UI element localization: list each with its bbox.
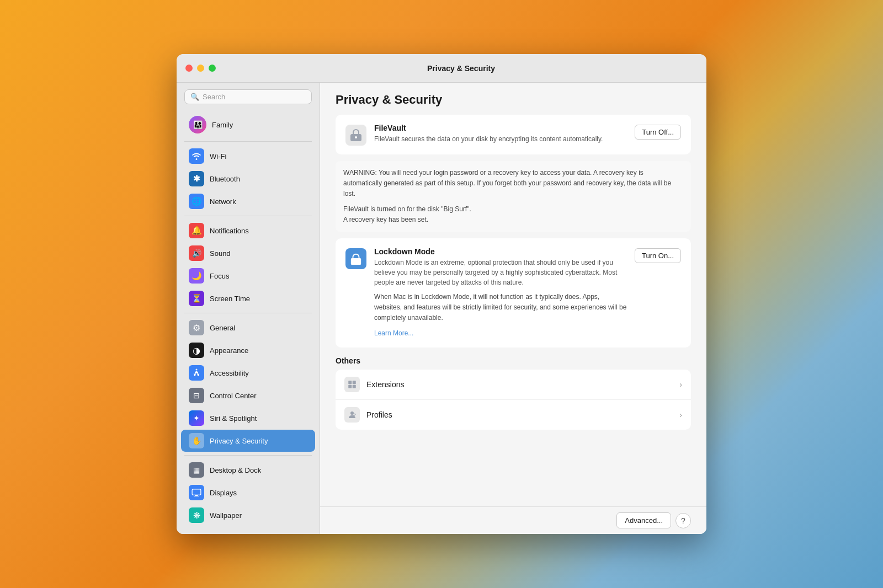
others-section-header: Others [336,356,691,365]
sound-icon: 🔊 [189,245,204,261]
sidebar-item-wallpaper[interactable]: ❋ Wallpaper [181,504,315,526]
notifications-icon: 🔔 [189,223,204,238]
close-button[interactable] [185,65,193,72]
sidebar-scroll: 👨‍👩‍👧 Family Wi-Fi [177,111,320,534]
filevault-body: FileVault FileVault secures the data on … [374,124,627,144]
control-center-icon: ⊟ [189,388,204,403]
detail-scroll-area[interactable]: FileVault FileVault secures the data on … [320,115,706,506]
svg-point-5 [355,136,357,138]
sidebar-item-label-bluetooth: Bluetooth [210,175,240,183]
lockdown-row: Lockdown Mode Lockdown Mode is an extrem… [345,247,681,339]
detail-panel: Privacy & Security Fi [320,83,706,534]
divider-1 [184,141,312,142]
search-input[interactable] [203,93,306,101]
help-button[interactable]: ? [675,513,691,528]
svg-rect-8 [348,384,352,388]
lockdown-learn-more-link[interactable]: Learn More... [374,329,413,337]
appearance-icon: ◑ [189,343,204,358]
sidebar-item-accessibility[interactable]: Accessibility [181,362,315,384]
profiles-icon [344,407,360,423]
traffic-lights [185,65,216,72]
lockdown-desc2: When Mac is in Lockdown Mode, it will no… [374,292,627,324]
sidebar-item-label-network: Network [210,197,236,206]
filevault-turn-off-button[interactable]: Turn Off... [635,125,681,140]
search-box[interactable]: 🔍 [184,89,312,104]
sidebar-item-appearance[interactable]: ◑ Appearance [181,339,315,361]
accessibility-icon [189,365,204,381]
filevault-warning-box: WARNING: You will need your login passwo… [336,161,691,232]
svg-rect-3 [194,496,199,496]
search-icon: 🔍 [190,93,199,101]
sidebar-item-label-focus: Focus [210,272,229,280]
siri-icon: ✦ [189,410,204,426]
detail-header: Privacy & Security [320,83,706,115]
filevault-icon [345,125,366,146]
privacy-security-icon: ✋ [189,433,204,448]
displays-icon [189,485,204,500]
sidebar-item-label-screen-time: Screen Time [210,295,250,303]
sidebar-item-control-center[interactable]: ⊟ Control Center [181,384,315,407]
extensions-list-item[interactable]: Extensions › [336,370,691,400]
sidebar-item-profile[interactable]: 👨‍👩‍👧 Family [181,111,315,138]
sidebar-item-label-control-center: Control Center [210,392,257,400]
minimize-button[interactable] [197,65,204,72]
sidebar-item-label-general: General [210,324,235,332]
sidebar-item-label-wifi: Wi-Fi [210,152,226,161]
sidebar-item-general[interactable]: ⚙ General [181,317,315,339]
divider-3 [184,313,312,313]
sidebar-item-label-wallpaper: Wallpaper [210,511,242,520]
sidebar-item-focus[interactable]: 🌙 Focus [181,265,315,287]
sidebar-item-bluetooth[interactable]: ✱ Bluetooth [181,168,315,190]
extensions-icon [344,377,360,392]
search-container: 🔍 [177,83,320,111]
svg-point-0 [196,369,198,371]
lockdown-desc1: Lockdown Mode is an extreme, optional pr… [374,258,627,287]
svg-rect-2 [195,495,198,496]
title-bar: Privacy & Security [177,54,706,83]
svg-rect-1 [192,489,201,495]
wallpaper-icon: ❋ [189,507,204,523]
wifi-icon [189,148,204,164]
filevault-desc: FileVault secures the data on your disk … [374,134,627,144]
svg-point-10 [350,411,354,415]
extensions-label: Extensions [366,380,679,389]
maximize-button[interactable] [209,65,216,72]
sidebar-item-privacy-security[interactable]: ✋ Privacy & Security [181,430,315,452]
sidebar-item-screen-time[interactable]: ⏳ Screen Time [181,287,315,309]
lockdown-card: Lockdown Mode Lockdown Mode is an extrem… [336,238,691,348]
desktop-dock-icon: ▦ [189,462,204,478]
window-title: Privacy & Security [225,64,698,73]
sidebar-item-wifi[interactable]: Wi-Fi [181,145,315,167]
sidebar-item-label-sound: Sound [210,249,231,258]
main-window: Privacy & Security 🔍 👨‍👩‍👧 Family [177,54,706,534]
lockdown-icon [345,248,366,269]
profiles-list-item[interactable]: Profiles › [336,400,691,430]
focus-icon: 🌙 [189,268,204,284]
profile-name: Family [212,121,233,129]
others-list-card: Extensions › Profiles › [336,370,691,430]
sidebar-item-notifications[interactable]: 🔔 Notifications [181,220,315,242]
extensions-chevron-icon: › [679,380,682,389]
bluetooth-icon: ✱ [189,171,204,186]
sidebar-item-desktop-dock[interactable]: ▦ Desktop & Dock [181,459,315,481]
sidebar-item-network[interactable]: 🌐 Network [181,190,315,212]
filevault-warning-text: WARNING: You will need your login passwo… [343,168,683,200]
svg-rect-9 [353,384,356,388]
filevault-status-line1: FileVault is turned on for the disk "Big… [343,205,471,213]
bottom-bar: Advanced... ? [320,506,706,534]
svg-rect-6 [348,381,352,384]
sidebar-item-label-privacy-security: Privacy & Security [210,437,268,445]
lockdown-turn-on-button[interactable]: Turn On... [635,248,681,263]
sidebar-item-siri[interactable]: ✦ Siri & Spotlight [181,407,315,429]
profiles-label: Profiles [366,410,679,419]
general-icon: ⚙ [189,320,204,335]
lockdown-learn-more-container: Learn More... [374,328,627,339]
screen-time-icon: ⏳ [189,291,204,306]
filevault-card: FileVault FileVault secures the data on … [336,115,691,154]
advanced-button[interactable]: Advanced... [616,512,671,528]
filevault-status-line2: A recovery key has been set. [343,216,428,223]
lockdown-title: Lockdown Mode [374,247,627,256]
sidebar-item-displays[interactable]: Displays [181,482,315,504]
divider-4 [184,455,312,456]
sidebar-item-sound[interactable]: 🔊 Sound [181,242,315,264]
